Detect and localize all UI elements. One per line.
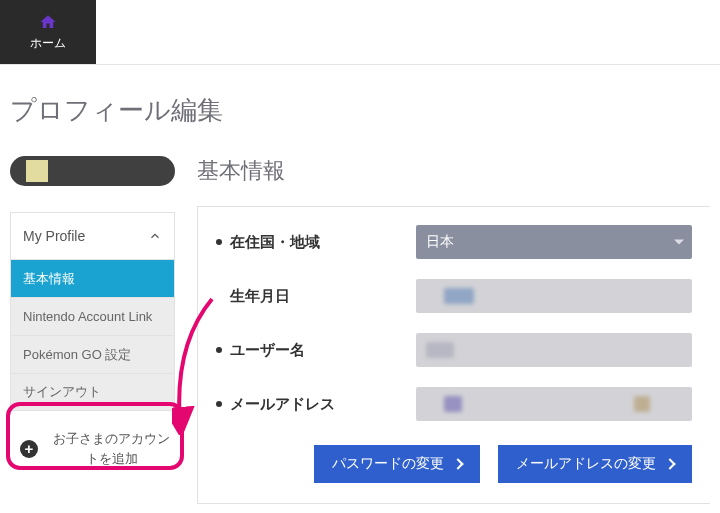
- username-label: ユーザー名: [216, 341, 416, 360]
- sidebar-item-basic-info[interactable]: 基本情報: [10, 259, 175, 297]
- email-field: [416, 387, 692, 421]
- add-child-account[interactable]: + お子さまのアカウントを追加: [10, 421, 185, 478]
- country-label: 在住国・地域: [216, 233, 416, 252]
- change-password-button[interactable]: パスワードの変更: [314, 445, 480, 483]
- home-icon: [39, 13, 57, 31]
- sidebar-head-my-profile[interactable]: My Profile: [10, 213, 175, 259]
- avatar: [26, 160, 48, 182]
- sidebar-item-label: 基本情報: [23, 271, 75, 287]
- sidebar-item-signout[interactable]: サインアウト: [10, 373, 175, 411]
- plus-icon: +: [20, 440, 38, 458]
- section-title: 基本情報: [197, 156, 710, 186]
- birthdate-field: [416, 279, 692, 313]
- change-email-button[interactable]: メールアドレスの変更: [498, 445, 692, 483]
- sidebar-item-label: Pokémon GO 設定: [23, 347, 131, 363]
- username-field: [416, 333, 692, 367]
- home-tab[interactable]: ホーム: [0, 0, 96, 64]
- sidebar-item-nintendo-link[interactable]: Nintendo Account Link: [10, 297, 175, 335]
- country-value: 日本: [426, 233, 454, 251]
- birthdate-label: 生年月日: [216, 287, 416, 306]
- page-title: プロフィール編集: [10, 93, 710, 128]
- sidebar: My Profile 基本情報 Nintendo Account Link Po…: [10, 212, 175, 411]
- sidebar-head-label: My Profile: [23, 228, 85, 244]
- chevron-up-icon: [148, 229, 162, 243]
- topbar: ホーム: [0, 0, 720, 65]
- email-label: メールアドレス: [216, 395, 416, 414]
- country-select[interactable]: 日本: [416, 225, 692, 259]
- chevron-right-icon: [664, 458, 675, 469]
- sidebar-item-label: サインアウト: [23, 384, 101, 400]
- profile-pill[interactable]: [10, 156, 175, 186]
- form-panel: 在住国・地域 日本 生年月日: [197, 206, 710, 504]
- home-label: ホーム: [30, 35, 66, 52]
- sidebar-item-pokemon-go[interactable]: Pokémon GO 設定: [10, 335, 175, 373]
- add-child-label: お子さまのアカウントを追加: [48, 429, 175, 468]
- chevron-right-icon: [452, 458, 463, 469]
- sidebar-item-label: Nintendo Account Link: [23, 309, 152, 325]
